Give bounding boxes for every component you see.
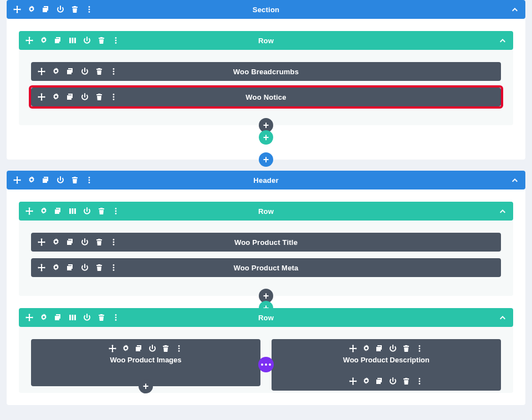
gear-icon[interactable] bbox=[52, 238, 60, 246]
module-woo-product-description[interactable]: Woo Product Description bbox=[272, 339, 501, 391]
trash-icon[interactable] bbox=[95, 68, 103, 75]
gear-icon[interactable] bbox=[40, 37, 48, 44]
move-icon[interactable] bbox=[25, 207, 33, 215]
move-icon[interactable] bbox=[109, 345, 116, 352]
power-icon[interactable] bbox=[81, 68, 89, 75]
row-header[interactable]: Row bbox=[19, 308, 513, 327]
gear-icon[interactable] bbox=[362, 377, 370, 385]
trash-icon[interactable] bbox=[95, 93, 103, 101]
collapse-icon[interactable] bbox=[499, 37, 507, 44]
duplicate-icon[interactable] bbox=[54, 314, 62, 321]
gear-icon[interactable] bbox=[52, 68, 60, 75]
more-icon[interactable] bbox=[110, 68, 117, 75]
power-icon[interactable] bbox=[149, 345, 156, 352]
columns-icon[interactable] bbox=[69, 207, 76, 215]
module-title: Woo Product Images bbox=[37, 356, 255, 364]
module-woo-product-images[interactable]: Woo Product Images + bbox=[31, 339, 260, 386]
module-woo-breadcrumbs[interactable]: Woo Breadcrumbs bbox=[31, 62, 501, 81]
add-module-button[interactable]: + bbox=[139, 379, 153, 393]
row-header[interactable]: Row bbox=[19, 202, 513, 221]
duplicate-icon[interactable] bbox=[54, 207, 62, 215]
context-menu-button[interactable] bbox=[258, 357, 274, 372]
move-icon[interactable] bbox=[25, 314, 33, 321]
power-icon[interactable] bbox=[81, 93, 89, 101]
add-row-button[interactable]: + bbox=[259, 130, 273, 145]
duplicate-icon[interactable] bbox=[66, 68, 74, 75]
gear-icon[interactable] bbox=[52, 264, 60, 272]
section-header[interactable]: Header bbox=[7, 171, 525, 189]
gear-icon[interactable] bbox=[122, 345, 130, 352]
duplicate-icon[interactable] bbox=[42, 6, 50, 13]
gear-icon[interactable] bbox=[52, 93, 60, 101]
gear-icon[interactable] bbox=[40, 207, 48, 215]
collapse-icon[interactable] bbox=[499, 314, 507, 321]
move-icon[interactable] bbox=[13, 6, 21, 13]
duplicate-icon[interactable] bbox=[376, 345, 383, 352]
columns-icon[interactable] bbox=[69, 37, 76, 44]
power-icon[interactable] bbox=[57, 176, 64, 184]
duplicate-icon[interactable] bbox=[135, 345, 143, 352]
power-icon[interactable] bbox=[389, 345, 397, 352]
duplicate-icon[interactable] bbox=[54, 37, 62, 44]
power-icon[interactable] bbox=[81, 238, 89, 246]
more-icon[interactable] bbox=[112, 314, 120, 321]
power-icon[interactable] bbox=[83, 207, 91, 215]
module-woo-notice[interactable]: Woo Notice bbox=[31, 88, 501, 106]
trash-icon[interactable] bbox=[71, 6, 79, 13]
gear-icon[interactable] bbox=[28, 176, 35, 184]
move-icon[interactable] bbox=[13, 176, 21, 184]
more-icon[interactable] bbox=[110, 264, 117, 272]
more-icon[interactable] bbox=[416, 345, 423, 352]
trash-icon[interactable] bbox=[98, 314, 105, 321]
duplicate-icon[interactable] bbox=[66, 264, 74, 272]
gear-icon[interactable] bbox=[40, 314, 48, 321]
duplicate-icon[interactable] bbox=[66, 93, 74, 101]
trash-icon[interactable] bbox=[162, 345, 170, 352]
duplicate-icon[interactable] bbox=[42, 176, 50, 184]
section-header[interactable]: Section bbox=[7, 0, 525, 19]
collapse-icon[interactable] bbox=[511, 176, 519, 184]
add-section-button[interactable]: + bbox=[259, 152, 273, 167]
move-icon[interactable] bbox=[38, 264, 45, 272]
move-icon[interactable] bbox=[349, 377, 357, 385]
collapse-icon[interactable] bbox=[511, 6, 519, 13]
gear-icon[interactable] bbox=[362, 345, 370, 352]
more-icon[interactable] bbox=[110, 93, 117, 101]
section-2: Header Row bbox=[7, 171, 525, 405]
duplicate-icon[interactable] bbox=[376, 377, 383, 385]
more-icon[interactable] bbox=[85, 6, 93, 13]
power-icon[interactable] bbox=[81, 264, 89, 272]
module-woo-product-meta[interactable]: Woo Product Meta bbox=[31, 258, 501, 277]
module-title: Woo Product Description bbox=[277, 356, 495, 364]
gear-icon[interactable] bbox=[28, 6, 35, 13]
power-icon[interactable] bbox=[83, 37, 91, 44]
trash-icon[interactable] bbox=[98, 207, 105, 215]
module-highlight: Woo Notice bbox=[31, 88, 501, 106]
row-header[interactable]: Row bbox=[19, 31, 513, 50]
more-icon[interactable] bbox=[112, 37, 120, 44]
row-2-1: Row Woo bbox=[19, 202, 513, 296]
duplicate-icon[interactable] bbox=[66, 238, 74, 246]
columns-icon[interactable] bbox=[69, 314, 76, 321]
trash-icon[interactable] bbox=[98, 37, 105, 44]
trash-icon[interactable] bbox=[95, 264, 103, 272]
power-icon[interactable] bbox=[57, 6, 64, 13]
more-icon[interactable] bbox=[112, 207, 120, 215]
trash-icon[interactable] bbox=[71, 176, 79, 184]
power-icon[interactable] bbox=[389, 377, 397, 385]
more-icon[interactable] bbox=[175, 345, 183, 352]
move-icon[interactable] bbox=[38, 238, 45, 246]
more-icon[interactable] bbox=[110, 238, 117, 246]
move-icon[interactable] bbox=[38, 93, 45, 101]
collapse-icon[interactable] bbox=[499, 207, 507, 215]
move-icon[interactable] bbox=[349, 345, 357, 352]
power-icon[interactable] bbox=[83, 314, 91, 321]
module-woo-product-title[interactable]: Woo Product Title bbox=[31, 233, 501, 252]
more-icon[interactable] bbox=[416, 377, 423, 385]
move-icon[interactable] bbox=[25, 37, 33, 44]
trash-icon[interactable] bbox=[95, 238, 103, 246]
trash-icon[interactable] bbox=[402, 345, 410, 352]
move-icon[interactable] bbox=[38, 68, 45, 75]
trash-icon[interactable] bbox=[402, 377, 410, 385]
more-icon[interactable] bbox=[85, 176, 93, 184]
